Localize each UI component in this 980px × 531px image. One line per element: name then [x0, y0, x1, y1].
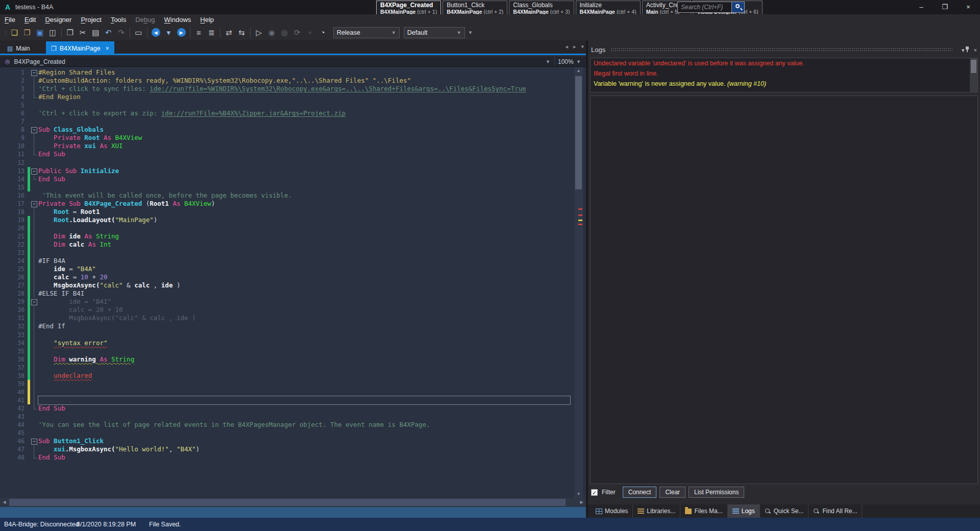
compile-only-button[interactable]: ◔ — [316, 27, 329, 39]
code-line[interactable]: 27 MsgboxAsync("calc" & calc , ide ) — [0, 281, 567, 289]
navigate-back-button[interactable]: ◀ — [150, 27, 162, 39]
scroll-tabs-right-icon[interactable]: ▸ — [573, 43, 576, 50]
code-line[interactable]: 1#Region Shared Files — [0, 68, 567, 77]
tool-tab-modules[interactable]: Modules — [591, 504, 633, 518]
code-line[interactable]: 4#End Region — [0, 93, 567, 101]
code-line[interactable]: 40 — [0, 388, 567, 396]
code-line[interactable]: 15 — [0, 183, 567, 191]
code-line[interactable]: 13Public Sub Initialize — [0, 167, 567, 175]
panel-drag-grip[interactable] — [610, 47, 952, 52]
code-line[interactable]: 25 ide = "B4A" — [0, 265, 567, 273]
list-permissions-button[interactable]: List Permissions — [689, 487, 744, 498]
code-line[interactable]: 16 'This event will be called once, befo… — [0, 191, 567, 200]
fold-toggle-icon[interactable] — [30, 437, 38, 445]
scroll-tabs-left-icon[interactable]: ◂ — [565, 43, 568, 50]
close-button[interactable]: × — [957, 0, 980, 14]
code-line[interactable]: 31 MsgboxAsync("calc" & calc , ide ) — [0, 314, 567, 322]
code-line[interactable]: 37 — [0, 364, 567, 372]
code-line[interactable]: 26 calc = 10 + 20 — [0, 273, 567, 281]
code-line[interactable]: 30 calc = 20 + 10 — [0, 306, 567, 314]
filter-checkbox[interactable]: ✓ — [591, 489, 598, 496]
code-line[interactable]: 5 — [0, 101, 567, 109]
undo-button[interactable]: ↶ — [102, 27, 115, 39]
horizontal-scroll-thumb[interactable] — [9, 499, 566, 506]
code-line[interactable]: 3'Ctrl + click to sync files: ide://run?… — [0, 85, 567, 93]
log-warning-message[interactable]: Illegal first word in line. — [591, 68, 977, 79]
tool-tab-logs[interactable]: Logs — [728, 504, 760, 518]
run-button[interactable]: ▷ — [253, 27, 265, 39]
fold-toggle-icon[interactable] — [30, 298, 38, 306]
open-designer-button[interactable]: ▭ — [132, 27, 145, 39]
auto-hide-pin-icon[interactable] — [965, 46, 970, 52]
log-warning-message[interactable]: Undeclared variable 'undeclared' is used… — [591, 58, 977, 68]
menu-tools[interactable]: Tools — [106, 15, 131, 25]
code-line[interactable]: 48End Sub — [0, 453, 567, 462]
new-project-button[interactable]: ❏ — [8, 27, 21, 39]
code-line[interactable]: 9 Private Root As B4XView — [0, 134, 567, 142]
open-project-button[interactable]: ❒ — [21, 27, 34, 39]
menu-designer[interactable]: Designer — [40, 15, 76, 25]
scroll-left-arrow-icon[interactable]: ◀ — [0, 498, 9, 507]
code-line[interactable]: 44'You can see the list of page related … — [0, 421, 567, 429]
code-line[interactable]: 12 — [0, 159, 567, 167]
scroll-down-arrow-icon[interactable]: ▼ — [574, 490, 583, 498]
fold-toggle-icon[interactable] — [30, 167, 38, 175]
export-as-zip-button[interactable]: ◫ — [46, 27, 59, 39]
code-line[interactable]: 24#IF B4A — [0, 257, 567, 265]
code-line[interactable]: 29 ide = "B4I" — [0, 298, 567, 306]
code-line[interactable]: 35 — [0, 347, 567, 355]
navigate-forward-button[interactable]: ▶ — [175, 27, 188, 39]
code-line[interactable]: 38 undeclared — [0, 372, 567, 380]
restore-button[interactable]: ❐ — [933, 0, 957, 14]
navigate-back-menu-button[interactable]: ▾ — [162, 27, 175, 39]
menu-project[interactable]: Project — [76, 15, 106, 25]
code-line[interactable]: 46Sub Button1_Click — [0, 437, 567, 445]
scroll-right-arrow-icon[interactable]: ▶ — [577, 498, 586, 507]
code-line[interactable]: 20 — [0, 224, 567, 232]
sub-list-button[interactable]: ≣ — [205, 27, 218, 39]
search-button[interactable] — [731, 2, 745, 13]
code-line[interactable]: 18 Root = Root1 — [0, 208, 567, 216]
editor-vertical-scrollbar[interactable]: ▲ ▼ — [574, 67, 583, 498]
log-output-area[interactable] — [590, 95, 978, 484]
menu-debug[interactable]: Debug — [131, 15, 159, 25]
minimize-button[interactable]: – — [910, 0, 933, 14]
code-line[interactable]: 34 "syntax error" — [0, 339, 567, 347]
tool-tab-find-all-re-[interactable]: Find All Re... — [808, 504, 862, 518]
search-input[interactable] — [677, 2, 731, 13]
code-line[interactable]: 10 Private xui As XUI — [0, 142, 567, 150]
build-configuration-select[interactable]: Release▼ — [333, 27, 400, 38]
log-warning-message[interactable]: Variable 'warning' is never assigned any… — [591, 79, 977, 89]
modules-list-button[interactable]: ≡ — [192, 27, 205, 39]
fold-toggle-icon[interactable] — [30, 200, 38, 208]
code-line[interactable]: 22 Dim calc As Int — [0, 240, 567, 249]
code-line[interactable]: 17Private Sub B4XPage_Created (Root1 As … — [0, 200, 567, 208]
refresh-libraries-button[interactable]: ⇆ — [235, 27, 248, 39]
copy-button[interactable]: ❐ — [64, 27, 77, 39]
code-line[interactable]: 36 Dim warning As String — [0, 355, 567, 364]
close-tab-icon[interactable]: × — [106, 45, 109, 52]
fold-toggle-icon[interactable] — [30, 68, 38, 77]
sub-dropdown-chevron-icon[interactable]: ▼ — [546, 59, 550, 64]
code-line[interactable]: 33 — [0, 331, 567, 339]
code-line[interactable]: 21 Dim ide As String — [0, 232, 567, 240]
close-panel-icon[interactable]: × — [974, 47, 977, 53]
code-line[interactable]: 41 — [0, 396, 567, 404]
menu-file[interactable]: File — [0, 15, 20, 25]
scroll-up-arrow-icon[interactable]: ▲ — [574, 67, 583, 75]
toolbar-overflow-icon[interactable]: ▾ — [469, 29, 472, 36]
save-button[interactable]: ▣ — [34, 27, 46, 39]
menu-windows[interactable]: Windows — [160, 15, 196, 25]
warnings-scrollbar[interactable] — [970, 58, 977, 92]
profile-select[interactable]: Default▼ — [404, 27, 465, 38]
code-line[interactable]: 39 — [0, 380, 567, 388]
code-line[interactable]: 28#ELSE IF B4I — [0, 289, 567, 298]
code-line[interactable]: 19 Root.LoadLayout("MainPage") — [0, 216, 567, 224]
cut-button[interactable]: ✂ — [77, 27, 89, 39]
fold-toggle-icon[interactable] — [30, 126, 38, 134]
code-line[interactable]: 45 — [0, 429, 567, 437]
code-line[interactable]: 43 — [0, 413, 567, 421]
tab-list-menu-icon[interactable]: ▾ — [581, 43, 584, 50]
code-line[interactable]: 2#CustomBuildAction: folders ready, %WIN… — [0, 77, 567, 85]
connect-button[interactable]: Connect — [623, 487, 657, 498]
